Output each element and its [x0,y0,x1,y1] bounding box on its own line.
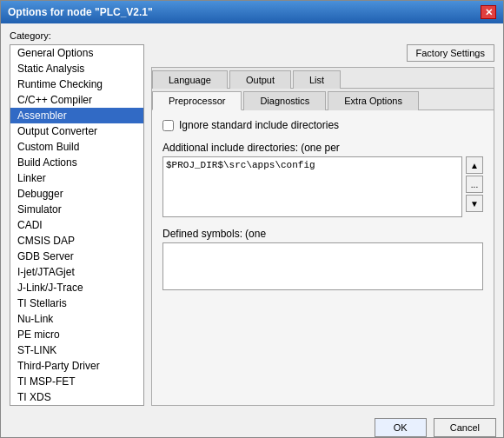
category-item-pe-micro[interactable]: PE micro [10,327,143,342]
category-item-debugger[interactable]: Debugger [10,186,143,202]
scroll-add-button[interactable]: ... [466,176,483,193]
scroll-down-button[interactable]: ▼ [466,195,483,212]
factory-settings-button[interactable]: Factory Settings [407,44,494,62]
category-item-nu-link[interactable]: Nu-Link [10,311,143,327]
cancel-button[interactable]: Cancel [434,418,496,437]
ignore-std-include-label: Ignore standard include directories [179,119,339,131]
title-bar: Options for node "PLC_V2.1" ✕ [1,1,503,23]
defined-symbols-section: Defined symbols: (one [162,228,483,290]
ok-button[interactable]: OK [375,418,427,437]
tabs-container: LanguageOutputList PreprocessorDiagnosti… [151,67,494,406]
category-list: General OptionsStatic AnalysisRuntime Ch… [10,44,144,406]
ignore-std-include-row: Ignore standard include directories [162,119,483,131]
right-panel: Factory Settings LanguageOutputList Prep… [151,44,494,406]
category-item-cpp-compiler[interactable]: C/C++ Compiler [10,92,143,108]
tab-row-1: LanguageOutputList [152,68,494,89]
category-label: Category: [10,30,494,41]
category-item-simulator[interactable]: Simulator [10,202,143,217]
additional-include-label: Additional include directories: (one per [162,142,483,154]
additional-include-input[interactable] [162,156,462,217]
category-item-third-party-driver[interactable]: Third-Party Driver [10,358,143,374]
category-item-custom-build[interactable]: Custom Build [10,139,143,155]
category-item-runtime-checking[interactable]: Runtime Checking [10,76,143,92]
category-item-st-link[interactable]: ST-LINK [10,342,143,358]
tab-list[interactable]: List [293,70,341,89]
main-window: Options for node "PLC_V2.1" ✕ Category: … [0,0,504,438]
category-item-cmsis-dap[interactable]: CMSIS DAP [10,233,143,249]
category-item-gdb-server[interactable]: GDB Server [10,249,143,264]
scroll-up-button[interactable]: ▲ [466,156,483,174]
category-item-build-actions[interactable]: Build Actions [10,155,143,170]
tab-row-2: PreprocessorDiagnosticsExtra Options [152,89,494,110]
category-item-cadi[interactable]: CADI [10,217,143,233]
category-item-i-jet-jtagjet[interactable]: I-jet/JTAGjet [10,264,143,280]
additional-include-section: Additional include directories: (one per… [162,142,483,217]
main-content: General OptionsStatic AnalysisRuntime Ch… [10,44,494,406]
defined-symbols-input[interactable] [162,242,483,290]
bottom-row: OK Cancel [1,413,503,438]
category-item-output-converter[interactable]: Output Converter [10,123,143,139]
tab-diagnostics[interactable]: Diagnostics [243,91,326,110]
category-item-jlink-jtrace[interactable]: J-Link/J-Trace [10,280,143,295]
category-item-linker[interactable]: Linker [10,170,143,186]
tab-extra-options[interactable]: Extra Options [328,91,419,110]
additional-include-wrapper: ▲ ... ▼ [162,156,483,217]
defined-symbols-label: Defined symbols: (one [162,228,483,240]
scroll-buttons: ▲ ... ▼ [466,156,483,217]
factory-btn-row: Factory Settings [151,44,494,62]
category-item-ti-msp-fet[interactable]: TI MSP-FET [10,374,143,389]
tab-preprocessor[interactable]: Preprocessor [152,91,242,110]
ignore-std-include-checkbox[interactable] [162,120,174,131]
close-button[interactable]: ✕ [481,5,496,19]
category-item-ti-xds[interactable]: TI XDS [10,389,143,405]
category-item-static-analysis[interactable]: Static Analysis [10,61,143,76]
category-item-assembler[interactable]: Assembler [10,108,143,123]
window-title: Options for node "PLC_V2.1" [8,6,153,18]
category-item-ti-stellaris[interactable]: TI Stellaris [10,295,143,311]
tab-output[interactable]: Output [229,70,291,89]
dialog-body: Category: General OptionsStatic Analysis… [1,23,503,413]
category-item-general-options[interactable]: General Options [10,45,143,61]
tab-content: Ignore standard include directories Addi… [152,110,494,405]
tab-language[interactable]: Language [152,70,228,89]
